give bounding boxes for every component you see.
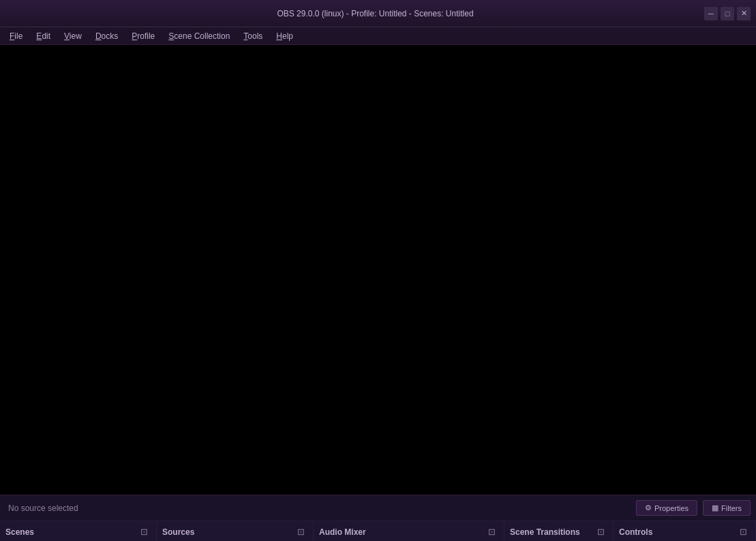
audio-mixer-header: Audio Mixer ⊡ [314, 521, 504, 541]
scenes-panel-header: Scenes ⊡ [0, 521, 156, 541]
audio-mixer-panel: Audio Mixer ⊡ Desktop Audio 0.0 dB -60-5… [314, 521, 504, 541]
scenes-panel: Scenes ⊡ Scene + − ⊞ ▲ ▼ [0, 521, 157, 541]
bottom-row: Scenes ⊡ Scene + − ⊞ ▲ ▼ Sources ⊡ [0, 521, 756, 541]
close-button[interactable]: ✕ [737, 7, 751, 20]
sources-panel: Sources ⊡ ☐ Screen Capture (Pi 👁 🔒 + − ⚙… [157, 521, 314, 541]
window-controls: ─ □ ✕ [704, 7, 751, 20]
title-bar: OBS 29.0.0 (linux) - Profile: Untitled -… [0, 0, 756, 27]
properties-bar: No source selected ⚙ Properties ▦ Filter… [0, 495, 756, 521]
menu-file[interactable]: File [3, 30, 29, 42]
filters-button[interactable]: ▦ Filters [703, 500, 751, 516]
preview-canvas [0, 45, 756, 495]
menu-edit[interactable]: Edit [29, 30, 57, 42]
scenes-panel-title: Scenes [5, 527, 34, 537]
center-area: No source selected ⚙ Properties ▦ Filter… [0, 45, 756, 521]
main-area: No source selected ⚙ Properties ▦ Filter… [0, 45, 756, 521]
sources-panel-title: Sources [162, 527, 194, 537]
scene-transitions-title: Scene Transitions [510, 527, 580, 537]
properties-label: Properties [654, 504, 689, 512]
preview-area [0, 45, 756, 495]
audio-mixer-title: Audio Mixer [319, 527, 366, 537]
menu-view[interactable]: View [57, 30, 89, 42]
sources-panel-header: Sources ⊡ [157, 521, 313, 541]
scene-transitions-popout[interactable]: ⊡ [594, 525, 607, 538]
minimize-button[interactable]: ─ [704, 7, 718, 20]
sources-panel-popout[interactable]: ⊡ [294, 525, 307, 538]
menu-tools[interactable]: Tools [237, 30, 269, 42]
controls-header: Controls ⊡ [614, 521, 755, 541]
filters-label: Filters [721, 504, 742, 512]
menu-bar: File Edit View Docks Profile Scene Colle… [0, 27, 756, 45]
maximize-button[interactable]: □ [721, 7, 734, 20]
menu-docks[interactable]: Docks [89, 30, 125, 42]
audio-mixer-popout[interactable]: ⊡ [485, 525, 498, 538]
no-source-label: No source selected [5, 503, 631, 513]
scenes-panel-popout[interactable]: ⊡ [138, 525, 151, 538]
controls-panel: Controls ⊡ Start Streaming Start Recordi… [614, 521, 756, 541]
menu-scene-collection[interactable]: Scene Collection [162, 30, 237, 42]
window-title: OBS 29.0.0 (linux) - Profile: Untitled -… [46, 9, 704, 18]
scene-transitions-header: Scene Transitions ⊡ [504, 521, 613, 541]
properties-icon: ⚙ [645, 503, 652, 512]
controls-popout[interactable]: ⊡ [737, 525, 750, 538]
properties-button[interactable]: ⚙ Properties [636, 500, 697, 516]
menu-profile[interactable]: Profile [125, 30, 162, 42]
filters-icon: ▦ [712, 503, 719, 512]
controls-title: Controls [619, 527, 652, 537]
scene-transitions-panel: Scene Transitions ⊡ Fade Cut Swipe Slide… [504, 521, 614, 541]
menu-help[interactable]: Help [269, 30, 300, 42]
